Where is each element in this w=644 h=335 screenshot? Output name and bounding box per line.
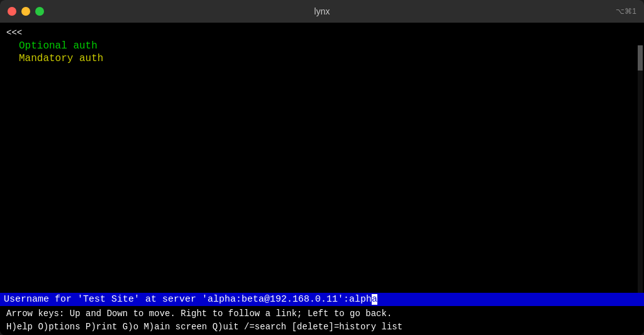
status-bar: Username for 'Test Site' at server 'alph… — [0, 293, 644, 306]
maximize-button[interactable] — [35, 7, 44, 16]
window-controls — [8, 7, 44, 16]
keyboard-shortcut: ⌥⌘1 — [616, 7, 636, 16]
minimize-button[interactable] — [21, 7, 30, 16]
title-bar: lynx ⌥⌘1 — [0, 0, 644, 23]
help-bar: Arrow keys: Up and Down to move. Right t… — [0, 306, 644, 335]
help-line-2: H)elp O)ptions P)rint G)o M)ain screen Q… — [6, 321, 638, 334]
cursor: a — [372, 294, 377, 305]
link-optional[interactable]: Optional auth — [6, 40, 638, 52]
terminal-body: <<< Optional auth Mandatory auth — [0, 23, 644, 293]
help-line-1: Arrow keys: Up and Down to move. Right t… — [6, 307, 638, 321]
scrollbar[interactable] — [638, 45, 643, 293]
close-button[interactable] — [8, 7, 16, 16]
window-title: lynx — [314, 6, 330, 16]
lynx-window: lynx ⌥⌘1 <<< Optional auth Mandatory aut… — [0, 0, 644, 335]
link-mandatory[interactable]: Mandatory auth — [6, 53, 638, 64]
scrollbar-thumb[interactable] — [638, 45, 643, 71]
content-area — [6, 64, 638, 288]
status-message: Username for 'Test Site' at server 'alph… — [4, 294, 372, 305]
back-arrow[interactable]: <<< — [6, 28, 638, 38]
